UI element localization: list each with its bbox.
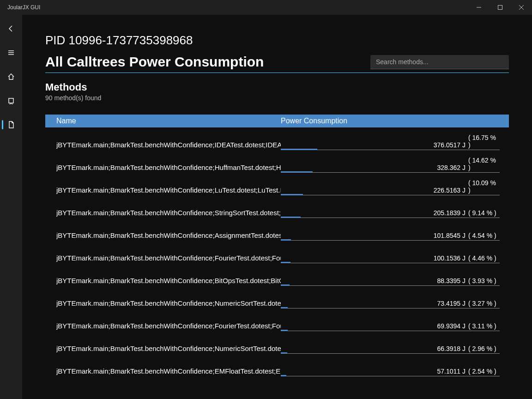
percent-value: ( 16.75 % ): [468, 134, 500, 149]
method-name: jBYTEmark.main;BmarkTest.benchWithConfid…: [56, 163, 281, 173]
table-row[interactable]: jBYTEmark.main;BmarkTest.benchWithConfid…: [45, 195, 509, 218]
table-row[interactable]: jBYTEmark.main;BmarkTest.benchWithConfid…: [45, 354, 509, 376]
power-bar: 376.0517 J( 16.75 % ): [281, 141, 500, 150]
percent-value: ( 3.11 % ): [468, 322, 500, 330]
power-bar: 101.8545 J( 4.54 % ): [281, 231, 500, 241]
sidebar: [0, 15, 22, 399]
method-name: jBYTEmark.main;BmarkTest.benchWithConfid…: [56, 209, 281, 218]
method-name: jBYTEmark.main;BmarkTest.benchWithConfid…: [56, 322, 281, 331]
maximize-button[interactable]: [490, 0, 511, 15]
percent-value: ( 3.93 % ): [468, 277, 500, 284]
joules-value: 88.3395 J: [437, 277, 466, 284]
page-title: All Calltrees Power Consumption: [45, 54, 264, 70]
joules-value: 57.1011 J: [437, 368, 466, 375]
section-title: Methods: [45, 81, 509, 93]
percent-value: ( 2.54 % ): [468, 368, 500, 375]
method-name: jBYTEmark.main;BmarkTest.benchWithConfid…: [56, 345, 281, 354]
minimize-button[interactable]: [468, 0, 490, 15]
table-row[interactable]: jBYTEmark.main;BmarkTest.benchWithConfid…: [45, 218, 509, 241]
joules-value: 101.8545 J: [434, 232, 466, 239]
close-button[interactable]: [511, 0, 532, 15]
document-button[interactable]: [2, 117, 20, 132]
power-bar: 69.9394 J( 3.11 % ): [281, 322, 500, 331]
power-bar: 328.362 J( 14.62 % ): [281, 163, 500, 173]
joules-value: 69.9394 J: [437, 322, 466, 330]
table-row[interactable]: jBYTEmark.main;BmarkTest.benchWithConfid…: [45, 263, 509, 286]
joules-value: 66.3918 J: [437, 345, 466, 352]
joules-value: 376.0517 J: [434, 141, 466, 149]
table-row[interactable]: jBYTEmark.main;BmarkTest.benchWithConfid…: [45, 150, 509, 173]
method-name: jBYTEmark.main;BmarkTest.benchWithConfid…: [56, 254, 281, 263]
percent-value: ( 2.96 % ): [468, 345, 500, 352]
method-name: jBYTEmark.main;BmarkTest.benchWithConfid…: [56, 231, 281, 241]
percent-value: ( 4.46 % ): [468, 254, 500, 262]
main-content: PID 10996-1737735398968 All Calltrees Po…: [22, 15, 532, 399]
percent-value: ( 3.27 % ): [468, 300, 500, 307]
power-bar: 205.1839 J( 9.14 % ): [281, 209, 500, 218]
table-header: Name Power Consumption: [45, 115, 509, 127]
svg-rect-1: [498, 6, 502, 10]
power-bar: 226.5163 J( 10.09 % ): [281, 186, 500, 195]
power-bar: 73.4195 J( 3.27 % ): [281, 299, 500, 308]
window-title: JoularJX GUI: [7, 4, 40, 11]
table-row[interactable]: jBYTEmark.main;BmarkTest.benchWithConfid…: [45, 331, 509, 354]
joules-value: 226.5163 J: [434, 187, 466, 194]
percent-value: ( 14.62 % ): [468, 157, 500, 171]
power-bar: 88.3395 J( 3.93 % ): [281, 277, 500, 286]
table-row[interactable]: jBYTEmark.main;BmarkTest.benchWithConfid…: [45, 173, 509, 195]
column-power[interactable]: Power Consumption: [281, 117, 509, 125]
titlebar: JoularJX GUI: [0, 0, 532, 15]
joules-value: 328.362 J: [437, 164, 466, 171]
percent-value: ( 10.09 % ): [468, 179, 500, 194]
method-name: jBYTEmark.main;BmarkTest.benchWithConfid…: [56, 141, 281, 150]
percent-value: ( 9.14 % ): [468, 209, 500, 217]
power-bar: 57.1011 J( 2.54 % ): [281, 367, 500, 376]
method-list: jBYTEmark.main;BmarkTest.benchWithConfid…: [45, 127, 509, 376]
table-row[interactable]: jBYTEmark.main;BmarkTest.benchWithConfid…: [45, 286, 509, 308]
method-name: jBYTEmark.main;BmarkTest.benchWithConfid…: [56, 367, 281, 376]
method-name: jBYTEmark.main;BmarkTest.benchWithConfid…: [56, 299, 281, 308]
joules-value: 205.1839 J: [434, 209, 466, 217]
percent-value: ( 4.54 % ): [468, 232, 500, 239]
export-button[interactable]: [2, 93, 20, 108]
home-button[interactable]: [2, 69, 20, 84]
section-subtitle: 90 method(s) found: [45, 94, 509, 102]
column-name[interactable]: Name: [45, 117, 281, 125]
joules-value: 73.4195 J: [437, 300, 466, 307]
search-input[interactable]: [370, 55, 509, 69]
table-row[interactable]: jBYTEmark.main;BmarkTest.benchWithConfid…: [45, 127, 509, 150]
table-row[interactable]: jBYTEmark.main;BmarkTest.benchWithConfid…: [45, 241, 509, 263]
svg-rect-7: [9, 98, 13, 103]
table-row[interactable]: jBYTEmark.main;BmarkTest.benchWithConfid…: [45, 308, 509, 331]
menu-button[interactable]: [2, 45, 20, 60]
method-name: jBYTEmark.main;BmarkTest.benchWithConfid…: [56, 186, 281, 195]
pid-label: PID 10996-1737735398968: [45, 33, 509, 48]
joules-value: 100.1536 J: [434, 254, 466, 262]
method-name: jBYTEmark.main;BmarkTest.benchWithConfid…: [56, 277, 281, 286]
power-bar: 100.1536 J( 4.46 % ): [281, 254, 500, 263]
power-bar: 66.3918 J( 2.96 % ): [281, 345, 500, 354]
back-button[interactable]: [2, 21, 20, 36]
